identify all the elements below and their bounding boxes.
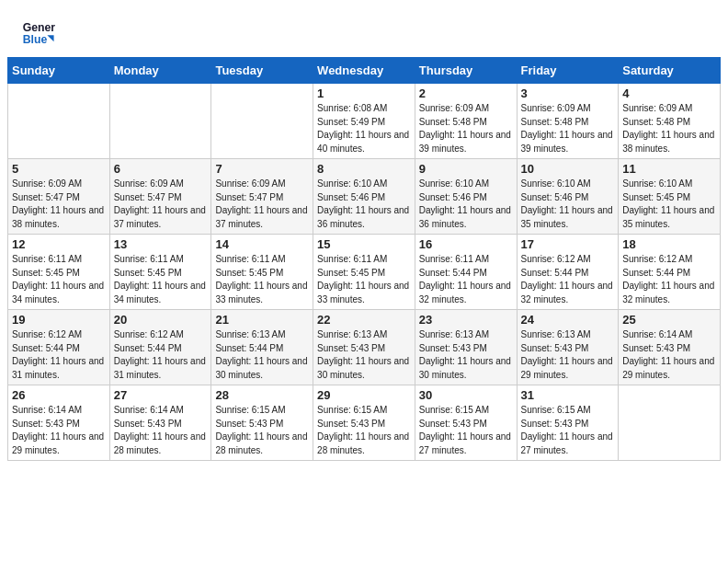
calendar-cell: 20Sunrise: 6:12 AM Sunset: 5:44 PM Dayli… bbox=[109, 310, 211, 385]
cell-sun-info: Sunrise: 6:10 AM Sunset: 5:45 PM Dayligh… bbox=[622, 178, 716, 231]
cell-sun-info: Sunrise: 6:11 AM Sunset: 5:44 PM Dayligh… bbox=[419, 253, 513, 306]
day-header-sunday: Sunday bbox=[8, 58, 110, 84]
calendar-cell: 9Sunrise: 6:10 AM Sunset: 5:46 PM Daylig… bbox=[415, 159, 517, 235]
day-header-monday: Monday bbox=[109, 58, 211, 84]
cell-sun-info: Sunrise: 6:09 AM Sunset: 5:48 PM Dayligh… bbox=[521, 102, 615, 155]
calendar-cell: 26Sunrise: 6:14 AM Sunset: 5:43 PM Dayli… bbox=[8, 385, 110, 461]
logo: General Blue bbox=[22, 17, 55, 50]
day-number: 28 bbox=[215, 388, 309, 402]
cell-sun-info: Sunrise: 6:11 AM Sunset: 5:45 PM Dayligh… bbox=[317, 253, 411, 306]
calendar-week-5: 26Sunrise: 6:14 AM Sunset: 5:43 PM Dayli… bbox=[8, 385, 721, 461]
calendar-cell: 2Sunrise: 6:09 AM Sunset: 5:48 PM Daylig… bbox=[415, 84, 517, 159]
day-number: 16 bbox=[419, 237, 513, 251]
calendar-cell: 21Sunrise: 6:13 AM Sunset: 5:44 PM Dayli… bbox=[211, 310, 313, 385]
cell-sun-info: Sunrise: 6:09 AM Sunset: 5:48 PM Dayligh… bbox=[419, 102, 513, 155]
cell-sun-info: Sunrise: 6:11 AM Sunset: 5:45 PM Dayligh… bbox=[114, 253, 208, 306]
day-number: 13 bbox=[114, 237, 208, 251]
day-number: 1 bbox=[317, 86, 411, 100]
calendar-cell: 27Sunrise: 6:14 AM Sunset: 5:43 PM Dayli… bbox=[109, 385, 211, 461]
calendar-cell: 17Sunrise: 6:12 AM Sunset: 5:44 PM Dayli… bbox=[517, 235, 619, 310]
calendar-week-2: 5Sunrise: 6:09 AM Sunset: 5:47 PM Daylig… bbox=[8, 159, 721, 235]
cell-sun-info: Sunrise: 6:15 AM Sunset: 5:43 PM Dayligh… bbox=[419, 404, 513, 457]
cell-sun-info: Sunrise: 6:12 AM Sunset: 5:44 PM Dayligh… bbox=[12, 328, 106, 382]
calendar-cell: 19Sunrise: 6:12 AM Sunset: 5:44 PM Dayli… bbox=[8, 310, 110, 385]
day-number: 22 bbox=[317, 313, 411, 327]
day-number: 21 bbox=[215, 313, 309, 327]
day-number: 18 bbox=[622, 237, 716, 251]
day-number: 25 bbox=[622, 313, 716, 327]
calendar-table: SundayMondayTuesdayWednesdayThursdayFrid… bbox=[7, 57, 721, 461]
cell-sun-info: Sunrise: 6:09 AM Sunset: 5:47 PM Dayligh… bbox=[114, 178, 208, 231]
cell-sun-info: Sunrise: 6:10 AM Sunset: 5:46 PM Dayligh… bbox=[317, 178, 411, 231]
cell-sun-info: Sunrise: 6:09 AM Sunset: 5:48 PM Dayligh… bbox=[622, 102, 716, 155]
cell-sun-info: Sunrise: 6:13 AM Sunset: 5:44 PM Dayligh… bbox=[215, 328, 309, 382]
cell-sun-info: Sunrise: 6:15 AM Sunset: 5:43 PM Dayligh… bbox=[317, 404, 411, 457]
cell-sun-info: Sunrise: 6:13 AM Sunset: 5:43 PM Dayligh… bbox=[521, 328, 615, 382]
calendar-cell bbox=[619, 385, 721, 461]
day-number: 15 bbox=[317, 237, 411, 251]
cell-sun-info: Sunrise: 6:12 AM Sunset: 5:44 PM Dayligh… bbox=[521, 253, 615, 306]
cell-sun-info: Sunrise: 6:09 AM Sunset: 5:47 PM Dayligh… bbox=[215, 178, 309, 231]
calendar-cell: 18Sunrise: 6:12 AM Sunset: 5:44 PM Dayli… bbox=[619, 235, 721, 310]
calendar-cell: 7Sunrise: 6:09 AM Sunset: 5:47 PM Daylig… bbox=[211, 159, 313, 235]
calendar-cell: 31Sunrise: 6:15 AM Sunset: 5:43 PM Dayli… bbox=[517, 385, 619, 461]
calendar-cell: 16Sunrise: 6:11 AM Sunset: 5:44 PM Dayli… bbox=[415, 235, 517, 310]
calendar-cell: 10Sunrise: 6:10 AM Sunset: 5:46 PM Dayli… bbox=[517, 159, 619, 235]
day-number: 14 bbox=[215, 237, 309, 251]
day-header-thursday: Thursday bbox=[415, 58, 517, 84]
day-header-saturday: Saturday bbox=[619, 58, 721, 84]
svg-text:General: General bbox=[23, 21, 55, 34]
cell-sun-info: Sunrise: 6:11 AM Sunset: 5:45 PM Dayligh… bbox=[215, 253, 309, 306]
day-number: 31 bbox=[521, 388, 615, 402]
calendar-week-1: 1Sunrise: 6:08 AM Sunset: 5:49 PM Daylig… bbox=[8, 84, 721, 159]
page-header: General Blue bbox=[0, 0, 728, 57]
day-number: 12 bbox=[12, 237, 106, 251]
calendar-header-row: SundayMondayTuesdayWednesdayThursdayFrid… bbox=[8, 58, 721, 84]
cell-sun-info: Sunrise: 6:15 AM Sunset: 5:43 PM Dayligh… bbox=[521, 404, 615, 457]
calendar-cell: 8Sunrise: 6:10 AM Sunset: 5:46 PM Daylig… bbox=[313, 159, 415, 235]
calendar-cell: 30Sunrise: 6:15 AM Sunset: 5:43 PM Dayli… bbox=[415, 385, 517, 461]
calendar-cell: 3Sunrise: 6:09 AM Sunset: 5:48 PM Daylig… bbox=[517, 84, 619, 159]
day-header-friday: Friday bbox=[517, 58, 619, 84]
day-number: 9 bbox=[419, 162, 513, 176]
day-number: 30 bbox=[419, 388, 513, 402]
calendar-body: 1Sunrise: 6:08 AM Sunset: 5:49 PM Daylig… bbox=[8, 84, 721, 461]
cell-sun-info: Sunrise: 6:14 AM Sunset: 5:43 PM Dayligh… bbox=[622, 328, 716, 382]
day-number: 20 bbox=[114, 313, 208, 327]
svg-marker-2 bbox=[47, 35, 53, 41]
calendar-cell: 12Sunrise: 6:11 AM Sunset: 5:45 PM Dayli… bbox=[8, 235, 110, 310]
day-number: 10 bbox=[521, 162, 615, 176]
calendar-cell: 15Sunrise: 6:11 AM Sunset: 5:45 PM Dayli… bbox=[313, 235, 415, 310]
calendar-cell bbox=[211, 84, 313, 159]
day-number: 5 bbox=[12, 162, 106, 176]
calendar-week-3: 12Sunrise: 6:11 AM Sunset: 5:45 PM Dayli… bbox=[8, 235, 721, 310]
calendar-cell: 29Sunrise: 6:15 AM Sunset: 5:43 PM Dayli… bbox=[313, 385, 415, 461]
day-number: 8 bbox=[317, 162, 411, 176]
day-header-wednesday: Wednesday bbox=[313, 58, 415, 84]
calendar-cell: 22Sunrise: 6:13 AM Sunset: 5:43 PM Dayli… bbox=[313, 310, 415, 385]
calendar-cell: 28Sunrise: 6:15 AM Sunset: 5:43 PM Dayli… bbox=[211, 385, 313, 461]
day-number: 19 bbox=[12, 313, 106, 327]
day-number: 3 bbox=[521, 86, 615, 100]
calendar-cell: 25Sunrise: 6:14 AM Sunset: 5:43 PM Dayli… bbox=[619, 310, 721, 385]
day-number: 4 bbox=[622, 86, 716, 100]
cell-sun-info: Sunrise: 6:10 AM Sunset: 5:46 PM Dayligh… bbox=[419, 178, 513, 231]
day-number: 6 bbox=[114, 162, 208, 176]
cell-sun-info: Sunrise: 6:10 AM Sunset: 5:46 PM Dayligh… bbox=[521, 178, 615, 231]
day-header-tuesday: Tuesday bbox=[211, 58, 313, 84]
calendar-cell bbox=[8, 84, 110, 159]
calendar-cell: 13Sunrise: 6:11 AM Sunset: 5:45 PM Dayli… bbox=[109, 235, 211, 310]
cell-sun-info: Sunrise: 6:12 AM Sunset: 5:44 PM Dayligh… bbox=[622, 253, 716, 306]
day-number: 27 bbox=[114, 388, 208, 402]
day-number: 23 bbox=[419, 313, 513, 327]
day-number: 17 bbox=[521, 237, 615, 251]
logo-svg: General Blue bbox=[22, 17, 55, 50]
cell-sun-info: Sunrise: 6:09 AM Sunset: 5:47 PM Dayligh… bbox=[12, 178, 106, 231]
calendar-week-4: 19Sunrise: 6:12 AM Sunset: 5:44 PM Dayli… bbox=[8, 310, 721, 385]
day-number: 7 bbox=[215, 162, 309, 176]
calendar-cell: 5Sunrise: 6:09 AM Sunset: 5:47 PM Daylig… bbox=[8, 159, 110, 235]
cell-sun-info: Sunrise: 6:15 AM Sunset: 5:43 PM Dayligh… bbox=[215, 404, 309, 457]
day-number: 29 bbox=[317, 388, 411, 402]
svg-text:Blue: Blue bbox=[23, 33, 48, 46]
calendar-cell: 11Sunrise: 6:10 AM Sunset: 5:45 PM Dayli… bbox=[619, 159, 721, 235]
